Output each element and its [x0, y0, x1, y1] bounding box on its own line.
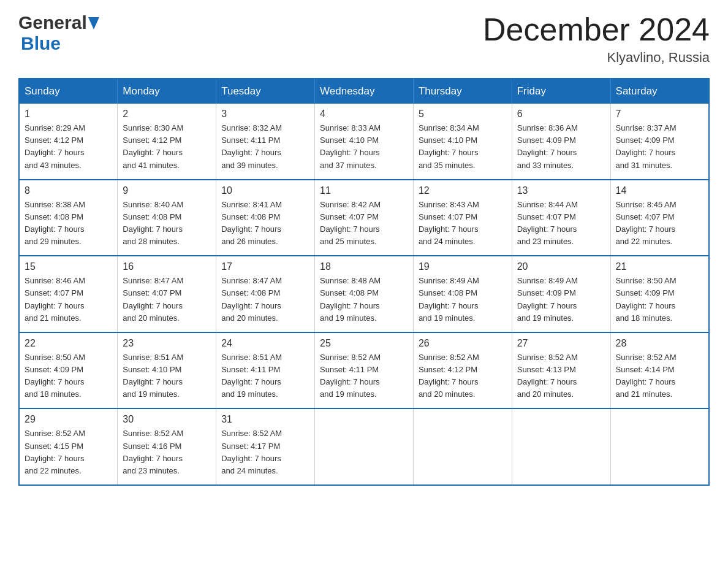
day-number: 8 — [25, 185, 112, 196]
day-info: Sunrise: 8:49 AM Sunset: 4:09 PM Dayligh… — [517, 275, 605, 324]
day-info: Sunrise: 8:52 AM Sunset: 4:16 PM Dayligh… — [123, 427, 211, 477]
calendar-day-cell: 17Sunrise: 8:47 AM Sunset: 4:08 PM Dayli… — [216, 256, 315, 332]
calendar-week-row: 22Sunrise: 8:50 AM Sunset: 4:09 PM Dayli… — [19, 332, 709, 409]
day-info: Sunrise: 8:52 AM Sunset: 4:11 PM Dayligh… — [320, 351, 408, 401]
calendar-day-cell: 9Sunrise: 8:40 AM Sunset: 4:08 PM Daylig… — [118, 180, 216, 256]
calendar-day-cell: 12Sunrise: 8:43 AM Sunset: 4:07 PM Dayli… — [413, 180, 512, 256]
day-number: 16 — [123, 261, 211, 272]
calendar-weekday-header: Tuesday — [216, 79, 315, 104]
logo: General Blue — [18, 12, 99, 54]
day-number: 7 — [616, 109, 703, 120]
day-number: 9 — [123, 185, 211, 196]
calendar-day-cell: 31Sunrise: 8:52 AM Sunset: 4:17 PM Dayli… — [216, 408, 315, 485]
day-number: 11 — [320, 185, 408, 196]
day-number: 25 — [320, 338, 408, 349]
calendar-day-cell: 29Sunrise: 8:52 AM Sunset: 4:15 PM Dayli… — [19, 408, 118, 485]
day-info: Sunrise: 8:38 AM Sunset: 4:08 PM Dayligh… — [25, 199, 112, 248]
calendar-day-cell: 14Sunrise: 8:45 AM Sunset: 4:07 PM Dayli… — [610, 180, 709, 256]
day-number: 6 — [517, 109, 605, 120]
day-info: Sunrise: 8:37 AM Sunset: 4:09 PM Dayligh… — [616, 122, 703, 172]
day-number: 27 — [517, 338, 605, 349]
day-number: 14 — [616, 185, 703, 196]
day-info: Sunrise: 8:52 AM Sunset: 4:13 PM Dayligh… — [517, 351, 605, 401]
day-number: 13 — [517, 185, 605, 196]
day-info: Sunrise: 8:45 AM Sunset: 4:07 PM Dayligh… — [616, 199, 703, 248]
calendar-day-cell — [315, 408, 414, 485]
day-number: 12 — [419, 185, 507, 196]
calendar-weekday-header: Friday — [512, 79, 610, 104]
calendar-day-cell: 19Sunrise: 8:49 AM Sunset: 4:08 PM Dayli… — [413, 256, 512, 332]
day-info: Sunrise: 8:52 AM Sunset: 4:12 PM Dayligh… — [419, 351, 507, 401]
day-number: 26 — [419, 338, 507, 349]
calendar-day-cell: 24Sunrise: 8:51 AM Sunset: 4:11 PM Dayli… — [216, 332, 315, 409]
logo-blue-text: Blue — [21, 33, 61, 53]
day-number: 1 — [25, 109, 112, 120]
calendar-day-cell: 7Sunrise: 8:37 AM Sunset: 4:09 PM Daylig… — [610, 104, 709, 180]
day-info: Sunrise: 8:42 AM Sunset: 4:07 PM Dayligh… — [320, 199, 408, 248]
calendar-weekday-header: Thursday — [413, 79, 512, 104]
day-info: Sunrise: 8:43 AM Sunset: 4:07 PM Dayligh… — [419, 199, 507, 248]
calendar-day-cell: 11Sunrise: 8:42 AM Sunset: 4:07 PM Dayli… — [315, 180, 414, 256]
day-info: Sunrise: 8:47 AM Sunset: 4:07 PM Dayligh… — [123, 275, 211, 324]
calendar-day-cell: 6Sunrise: 8:36 AM Sunset: 4:09 PM Daylig… — [512, 104, 610, 180]
calendar-week-row: 15Sunrise: 8:46 AM Sunset: 4:07 PM Dayli… — [19, 256, 709, 332]
calendar-day-cell: 27Sunrise: 8:52 AM Sunset: 4:13 PM Dayli… — [512, 332, 610, 409]
logo-general-text: General — [18, 12, 87, 33]
calendar-day-cell: 8Sunrise: 8:38 AM Sunset: 4:08 PM Daylig… — [19, 180, 118, 256]
calendar-day-cell: 20Sunrise: 8:49 AM Sunset: 4:09 PM Dayli… — [512, 256, 610, 332]
month-title: December 2024 — [483, 12, 710, 47]
calendar-weekday-header: Monday — [118, 79, 216, 104]
calendar-day-cell: 13Sunrise: 8:44 AM Sunset: 4:07 PM Dayli… — [512, 180, 610, 256]
calendar-day-cell: 28Sunrise: 8:52 AM Sunset: 4:14 PM Dayli… — [610, 332, 709, 409]
calendar-day-cell: 22Sunrise: 8:50 AM Sunset: 4:09 PM Dayli… — [19, 332, 118, 409]
day-number: 29 — [25, 414, 112, 425]
calendar-day-cell: 5Sunrise: 8:34 AM Sunset: 4:10 PM Daylig… — [413, 104, 512, 180]
logo-arrow-icon — [88, 17, 99, 29]
day-info: Sunrise: 8:34 AM Sunset: 4:10 PM Dayligh… — [419, 122, 507, 172]
calendar-day-cell — [413, 408, 512, 485]
day-info: Sunrise: 8:52 AM Sunset: 4:15 PM Dayligh… — [25, 427, 112, 477]
day-info: Sunrise: 8:32 AM Sunset: 4:11 PM Dayligh… — [221, 122, 309, 172]
day-info: Sunrise: 8:29 AM Sunset: 4:12 PM Dayligh… — [25, 122, 112, 172]
day-number: 23 — [123, 338, 211, 349]
day-info: Sunrise: 8:50 AM Sunset: 4:09 PM Dayligh… — [616, 275, 703, 324]
calendar-weekday-header: Saturday — [610, 79, 709, 104]
calendar-day-cell: 16Sunrise: 8:47 AM Sunset: 4:07 PM Dayli… — [118, 256, 216, 332]
calendar-day-cell — [512, 408, 610, 485]
calendar-weekday-header: Sunday — [19, 79, 118, 104]
day-number: 5 — [419, 109, 507, 120]
calendar-weekday-header: Wednesday — [315, 79, 414, 104]
day-number: 17 — [221, 261, 309, 272]
day-info: Sunrise: 8:33 AM Sunset: 4:10 PM Dayligh… — [320, 122, 408, 172]
day-number: 24 — [221, 338, 309, 349]
day-info: Sunrise: 8:51 AM Sunset: 4:11 PM Dayligh… — [221, 351, 309, 401]
day-info: Sunrise: 8:30 AM Sunset: 4:12 PM Dayligh… — [123, 122, 211, 172]
calendar-table: SundayMondayTuesdayWednesdayThursdayFrid… — [18, 78, 710, 486]
title-area: December 2024 Klyavlino, Russia — [483, 12, 710, 66]
svg-marker-0 — [88, 17, 99, 29]
calendar-day-cell: 3Sunrise: 8:32 AM Sunset: 4:11 PM Daylig… — [216, 104, 315, 180]
calendar-week-row: 29Sunrise: 8:52 AM Sunset: 4:15 PM Dayli… — [19, 408, 709, 485]
day-number: 28 — [616, 338, 703, 349]
day-number: 20 — [517, 261, 605, 272]
day-info: Sunrise: 8:50 AM Sunset: 4:09 PM Dayligh… — [25, 351, 112, 401]
calendar-day-cell: 18Sunrise: 8:48 AM Sunset: 4:08 PM Dayli… — [315, 256, 414, 332]
day-info: Sunrise: 8:40 AM Sunset: 4:08 PM Dayligh… — [123, 199, 211, 248]
calendar-header-row: SundayMondayTuesdayWednesdayThursdayFrid… — [19, 79, 709, 104]
day-info: Sunrise: 8:51 AM Sunset: 4:10 PM Dayligh… — [123, 351, 211, 401]
day-info: Sunrise: 8:48 AM Sunset: 4:08 PM Dayligh… — [320, 275, 408, 324]
day-info: Sunrise: 8:44 AM Sunset: 4:07 PM Dayligh… — [517, 199, 605, 248]
day-number: 10 — [221, 185, 309, 196]
calendar-day-cell: 4Sunrise: 8:33 AM Sunset: 4:10 PM Daylig… — [315, 104, 414, 180]
calendar-day-cell: 26Sunrise: 8:52 AM Sunset: 4:12 PM Dayli… — [413, 332, 512, 409]
calendar-day-cell: 23Sunrise: 8:51 AM Sunset: 4:10 PM Dayli… — [118, 332, 216, 409]
calendar-day-cell: 15Sunrise: 8:46 AM Sunset: 4:07 PM Dayli… — [19, 256, 118, 332]
calendar-day-cell — [610, 408, 709, 485]
calendar-day-cell: 25Sunrise: 8:52 AM Sunset: 4:11 PM Dayli… — [315, 332, 414, 409]
calendar-day-cell: 2Sunrise: 8:30 AM Sunset: 4:12 PM Daylig… — [118, 104, 216, 180]
day-number: 15 — [25, 261, 112, 272]
day-number: 30 — [123, 414, 211, 425]
calendar-day-cell: 30Sunrise: 8:52 AM Sunset: 4:16 PM Dayli… — [118, 408, 216, 485]
day-number: 4 — [320, 109, 408, 120]
day-number: 2 — [123, 109, 211, 120]
